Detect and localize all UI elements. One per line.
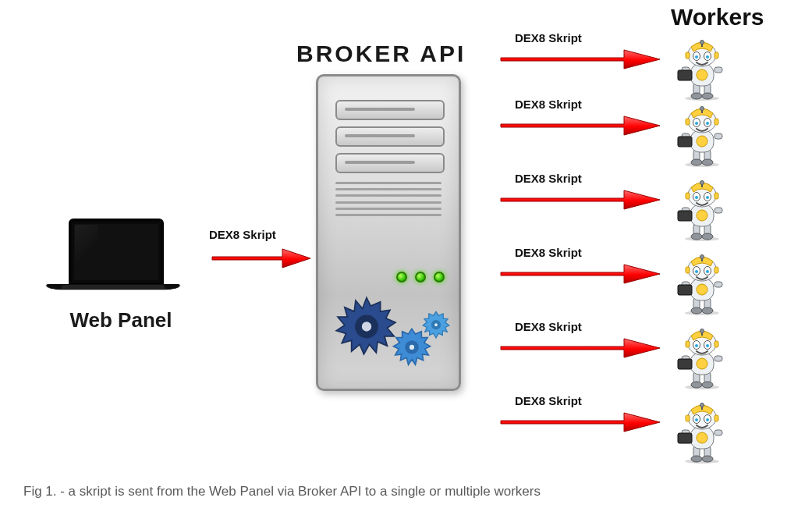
svg-point-104 bbox=[691, 456, 702, 462]
svg-point-1 bbox=[361, 321, 372, 332]
arrow-right-label: DEX8 Skript bbox=[515, 31, 582, 44]
svg-point-59 bbox=[695, 196, 698, 199]
svg-rect-24 bbox=[714, 52, 718, 59]
svg-rect-119 bbox=[714, 415, 718, 421]
svg-point-22 bbox=[706, 55, 709, 59]
svg-point-28 bbox=[691, 159, 702, 165]
svg-rect-15 bbox=[678, 70, 692, 80]
svg-point-79 bbox=[706, 270, 709, 273]
svg-point-36 bbox=[700, 107, 704, 111]
svg-rect-33 bbox=[714, 133, 722, 139]
svg-rect-100 bbox=[714, 341, 718, 347]
worker-robot-icon bbox=[675, 105, 729, 168]
svg-point-85 bbox=[691, 382, 702, 388]
svg-point-86 bbox=[702, 382, 713, 388]
svg-rect-80 bbox=[686, 267, 690, 273]
svg-point-10 bbox=[702, 93, 713, 99]
svg-point-3 bbox=[409, 344, 415, 350]
svg-rect-72 bbox=[678, 285, 692, 295]
svg-point-97 bbox=[695, 344, 698, 347]
arrow-left-label: DEX8 Skript bbox=[209, 228, 276, 241]
worker-robot-icon bbox=[675, 402, 729, 464]
svg-point-107 bbox=[697, 432, 707, 443]
svg-rect-61 bbox=[686, 193, 690, 199]
workers-label: Workers bbox=[671, 4, 764, 30]
svg-rect-42 bbox=[686, 119, 690, 125]
arrow-right-label: DEX8 Skript bbox=[515, 320, 582, 333]
svg-point-117 bbox=[706, 418, 709, 421]
web-panel-label: Web Panel bbox=[47, 308, 195, 332]
svg-point-5 bbox=[434, 323, 438, 327]
broker-api-label: BROKER API bbox=[296, 41, 466, 67]
worker-robot-icon bbox=[675, 179, 729, 242]
svg-rect-62 bbox=[714, 193, 718, 199]
arrow-right-label: DEX8 Skript bbox=[515, 98, 582, 111]
diagram-stage: Web Panel DEX8 Skript BROKER API bbox=[0, 0, 812, 526]
svg-rect-81 bbox=[714, 267, 718, 273]
svg-point-112 bbox=[700, 403, 704, 407]
svg-rect-109 bbox=[714, 430, 722, 435]
arrow-right-icon bbox=[499, 47, 663, 72]
svg-point-74 bbox=[700, 255, 704, 259]
svg-point-55 bbox=[700, 181, 704, 185]
arrow-right-icon bbox=[499, 187, 663, 212]
figure-caption: Fig 1. - a skript is sent from the Web P… bbox=[23, 484, 541, 499]
svg-point-9 bbox=[691, 93, 702, 99]
arrow-right-label: DEX8 Skript bbox=[515, 172, 582, 185]
arrow-right-icon bbox=[499, 113, 663, 138]
worker-robot-icon bbox=[675, 39, 729, 101]
svg-point-116 bbox=[695, 418, 698, 421]
laptop-icon bbox=[47, 219, 179, 312]
arrow-left-icon bbox=[211, 246, 312, 271]
svg-point-41 bbox=[706, 122, 709, 125]
svg-point-21 bbox=[695, 55, 698, 59]
svg-rect-99 bbox=[686, 341, 690, 347]
svg-rect-34 bbox=[678, 137, 692, 147]
svg-point-12 bbox=[697, 69, 707, 80]
svg-point-48 bbox=[702, 233, 713, 240]
svg-point-17 bbox=[700, 41, 704, 44]
svg-rect-91 bbox=[678, 359, 692, 369]
svg-point-78 bbox=[695, 270, 698, 273]
arrow-right-icon bbox=[499, 410, 663, 435]
worker-robot-icon bbox=[675, 328, 729, 390]
svg-rect-52 bbox=[714, 208, 722, 213]
svg-rect-110 bbox=[678, 433, 692, 443]
arrow-right-label: DEX8 Skript bbox=[515, 394, 582, 407]
svg-rect-118 bbox=[686, 415, 690, 421]
gear-icon bbox=[420, 309, 452, 342]
svg-point-60 bbox=[706, 196, 709, 199]
svg-point-93 bbox=[700, 329, 704, 333]
svg-point-31 bbox=[697, 136, 707, 147]
worker-robot-icon bbox=[675, 254, 729, 316]
svg-point-66 bbox=[691, 307, 702, 314]
server-icon bbox=[316, 74, 461, 391]
svg-rect-71 bbox=[714, 282, 722, 287]
svg-point-29 bbox=[702, 159, 713, 165]
svg-point-67 bbox=[702, 307, 713, 314]
arrow-right-icon bbox=[499, 261, 663, 286]
svg-rect-53 bbox=[678, 211, 692, 221]
arrow-right-label: DEX8 Skript bbox=[515, 246, 582, 259]
svg-rect-14 bbox=[714, 67, 722, 73]
svg-point-69 bbox=[697, 284, 707, 295]
svg-point-47 bbox=[691, 233, 702, 240]
svg-point-50 bbox=[697, 210, 707, 221]
svg-rect-23 bbox=[686, 52, 690, 59]
svg-point-40 bbox=[695, 122, 698, 125]
svg-rect-43 bbox=[714, 119, 718, 125]
arrow-right-icon bbox=[499, 336, 663, 361]
svg-point-88 bbox=[697, 358, 707, 369]
svg-point-105 bbox=[702, 456, 713, 462]
svg-point-98 bbox=[706, 344, 709, 347]
svg-rect-90 bbox=[714, 356, 722, 361]
